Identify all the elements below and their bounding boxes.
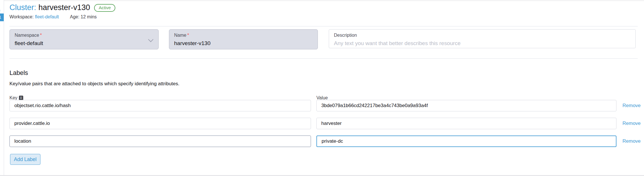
header-divider xyxy=(9,26,638,26)
cluster-edit-page: 0 1 1 Cluster:harvester-v130Active Works… xyxy=(0,0,644,176)
label-value-input[interactable] xyxy=(316,100,616,111)
namespace-select[interactable]: Namespace* xyxy=(9,29,159,49)
description-input[interactable] xyxy=(334,40,624,47)
description-label: Description xyxy=(334,33,357,38)
namespace-label: Namespace* xyxy=(15,33,42,38)
sidebar-count-partial: 0 xyxy=(0,8,3,13)
name-field: Name* xyxy=(169,29,318,49)
remove-label-link[interactable]: Remove xyxy=(622,121,641,126)
status-badge: Active xyxy=(94,4,115,12)
resource-type-label[interactable]: Cluster: xyxy=(9,3,36,12)
label-value-input[interactable] xyxy=(316,118,616,129)
resource-meta: Workspace: fleet-default Age: 12 mins xyxy=(9,14,97,20)
age-text: Age: 12 mins xyxy=(70,14,97,19)
name-label: Name* xyxy=(174,33,189,38)
remove-label-link[interactable]: Remove xyxy=(622,138,641,144)
label-key-input[interactable] xyxy=(9,118,311,129)
labels-heading: Labels xyxy=(9,69,28,77)
add-label-button[interactable]: Add Label xyxy=(10,154,40,165)
section-divider xyxy=(9,58,638,59)
label-key-input[interactable] xyxy=(9,136,311,147)
required-asterisk: * xyxy=(187,33,189,38)
label-value-input[interactable] xyxy=(316,136,616,147)
sidebar-count-selected: 1 xyxy=(0,15,1,20)
namespace-value[interactable] xyxy=(15,40,147,47)
sidebar-sliver: 0 1 1 xyxy=(0,0,4,176)
top-divider xyxy=(0,1,644,1)
workspace-label: Workspace: xyxy=(9,14,34,19)
labels-description: Key/value pairs that are attached to obj… xyxy=(9,81,180,87)
required-asterisk: * xyxy=(40,33,42,38)
resource-name: harvester-v130 xyxy=(38,3,90,12)
sidebar-count-partial: 1 xyxy=(0,22,3,27)
label-key-input[interactable] xyxy=(9,100,311,111)
chevron-down-icon xyxy=(148,37,153,42)
workspace-link[interactable]: fleet-default xyxy=(35,14,59,19)
description-field: Description xyxy=(329,29,636,48)
name-input[interactable] xyxy=(174,40,306,47)
sidebar-item-selected[interactable]: 1 xyxy=(0,13,4,21)
info-icon[interactable]: i xyxy=(19,96,23,100)
remove-label-link[interactable]: Remove xyxy=(622,103,641,109)
page-title: Cluster:harvester-v130Active xyxy=(9,3,115,12)
